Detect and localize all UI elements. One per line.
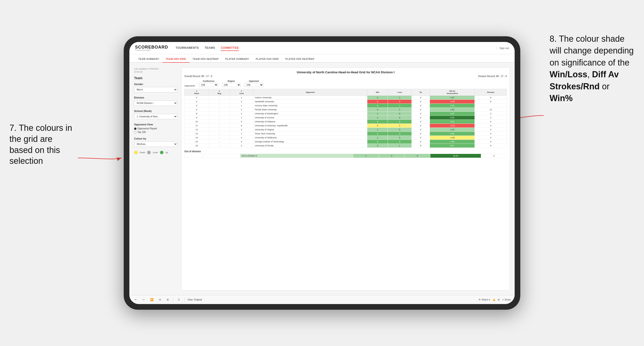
radio-top100[interactable]: Top 100: [134, 131, 178, 133]
cell-loss: 2: [388, 108, 412, 112]
cell-reg: -: [209, 108, 230, 112]
cell-diff: 5.56: [430, 132, 475, 136]
paste-btn[interactable]: ⊞: [165, 298, 170, 302]
nav-teams[interactable]: TEAMS: [205, 45, 215, 51]
annotation-right-text: 8. The colour shade will change dependin…: [550, 34, 634, 103]
out-rank: [184, 154, 203, 158]
tab-player-h2h-heatmap[interactable]: PLAYER H2H HEATMAP: [282, 56, 318, 63]
cell-opponent: Arizona State University: [253, 104, 367, 108]
out-reg: [203, 154, 222, 158]
radio-top100-label: Top 100: [138, 131, 146, 133]
cell-win: 5: [367, 104, 388, 108]
cell-opponent: Texas Tech University: [253, 132, 367, 136]
copy-btn[interactable]: ⧉: [158, 298, 162, 302]
cell-reg: -: [209, 140, 230, 144]
logo-sub: Powered by clippd: [135, 49, 168, 51]
nav-committee[interactable]: COMMITTEE: [221, 45, 239, 51]
cell-rank: 3: [184, 100, 209, 104]
cell-diff: 4.50: [430, 140, 475, 144]
cell-conf: 1: [230, 104, 253, 108]
division-select[interactable]: NCAA Division I: [134, 100, 178, 106]
gender-section: Gender Men's: [134, 83, 178, 92]
cell-win: 1: [367, 136, 388, 140]
table-row: 9 - 1 University of Arizona 1 0 0 9.00 2: [184, 116, 507, 120]
conference-select[interactable]: (All): [199, 83, 218, 87]
tab-team-h2h-grid[interactable]: TEAM H2H GRID: [162, 56, 189, 63]
view-original-btn[interactable]: View: Original: [188, 298, 202, 301]
region-select[interactable]: (All): [222, 83, 241, 87]
thumbs-btn[interactable]: 👍: [492, 298, 495, 301]
cell-rank: 15: [184, 140, 209, 144]
cell-tie: 0: [412, 112, 430, 116]
opponent-view-section: Opponent View Opponents Played Top 100: [134, 123, 178, 133]
cell-win: 3: [367, 120, 388, 124]
skip-btn[interactable]: ⏩: [149, 298, 155, 302]
school-label: School (Rank): [134, 110, 178, 112]
cell-reg: -: [209, 120, 230, 124]
cell-conf: 4: [230, 140, 253, 144]
toolbar-right: 👁 Watch ▾ 👍 ⊞ ↗ Share: [478, 298, 511, 301]
cell-opponent: Auburn University: [253, 96, 367, 100]
tab-player-summary[interactable]: PLAYER SUMMARY: [222, 56, 252, 63]
school-select[interactable]: 1. University of Nort...: [134, 114, 178, 119]
col-rank: #Rank: [184, 89, 209, 96]
cell-diff: 6.67: [430, 144, 475, 148]
cell-diff: -4.33: [430, 124, 475, 128]
cell-tie: 0: [412, 144, 430, 148]
cell-diff: 1.83: [430, 108, 475, 112]
gender-select[interactable]: Men's: [134, 87, 178, 92]
cell-diff: 9.00: [430, 116, 475, 120]
tab-team-h2h-heatmap[interactable]: TEAM H2H HEATMAP: [189, 56, 222, 63]
cell-conf: 2: [230, 100, 253, 104]
colour-by-select[interactable]: Win/loss: [134, 141, 178, 147]
cell-rounds: [475, 104, 507, 108]
cell-rounds: 12: [475, 108, 507, 112]
cell-rank: 6: [184, 108, 209, 112]
cell-opponent: University of Arkansas, Fayetteville: [253, 124, 367, 128]
radio-dot-played: [134, 128, 136, 130]
cell-reg: -: [209, 144, 230, 148]
filters-row: Opponents: Conference (All) Region (All): [184, 80, 507, 87]
legend-down-label: Down: [140, 151, 145, 154]
cell-loss: 1: [388, 144, 412, 148]
redo-btn[interactable]: ↪: [141, 298, 146, 302]
sign-out-link[interactable]: Sign out: [496, 47, 509, 49]
legend-up-label: Up: [166, 151, 168, 154]
legend-row: Down Level Up: [134, 151, 178, 154]
cell-diff: 2.28: [430, 104, 475, 108]
cell-rank: 9: [184, 116, 209, 120]
out-win: 1: [353, 154, 379, 158]
logo-main: SCOREBOARD: [135, 45, 168, 49]
opponent-select[interactable]: (All): [244, 83, 264, 87]
cell-diff: 2.33: [430, 128, 475, 132]
annotation-left: 7. The colours in the grid are based on …: [10, 123, 76, 167]
cell-reg: -: [209, 100, 230, 104]
cell-reg: -: [209, 112, 230, 116]
clock-btn[interactable]: ⏱: [176, 298, 182, 302]
tab-team-summary[interactable]: TEAM SUMMARY: [135, 56, 162, 63]
tab-player-h2h-grid[interactable]: PLAYER H2H GRID: [252, 56, 282, 63]
table-row: 6 - 2 Florida State University 4 2 0 1.8…: [184, 108, 507, 112]
cell-loss: 1: [388, 124, 412, 128]
share-btn[interactable]: ↗ Share: [502, 298, 511, 301]
nav-tournaments[interactable]: TOURNAMENTS: [176, 45, 199, 51]
col-diff: Diff AvStrokes/Rnd: [430, 89, 475, 96]
colour-by-section: Colour by Win/loss: [134, 137, 178, 147]
cell-win: 1: [367, 116, 388, 120]
sub-nav: TEAM SUMMARY TEAM H2H GRID TEAM H2H HEAT…: [129, 54, 515, 63]
opponent-filter: Opponent (All): [244, 80, 264, 87]
grid-btn[interactable]: ⊞: [498, 298, 500, 301]
cell-rounds: 3: [475, 128, 507, 132]
cell-win: 3: [367, 132, 388, 136]
cell-rank: 10: [184, 120, 209, 124]
radio-opponents-played[interactable]: Opponents Played: [134, 127, 178, 130]
cell-conf: 1: [230, 132, 253, 136]
cell-conf: 2: [230, 144, 253, 148]
toolbar-divider-2: [184, 298, 184, 302]
region-filter-label: Region: [222, 80, 241, 82]
watch-btn[interactable]: 👁 Watch ▾: [478, 298, 490, 301]
cell-reg: -: [209, 116, 230, 120]
app-header: SCOREBOARD Powered by clippd TOURNAMENTS…: [129, 42, 515, 54]
last-updated: Last Updated: 27/03/2024 16:55:28: [134, 67, 178, 73]
undo-btn[interactable]: ↩: [133, 298, 138, 302]
